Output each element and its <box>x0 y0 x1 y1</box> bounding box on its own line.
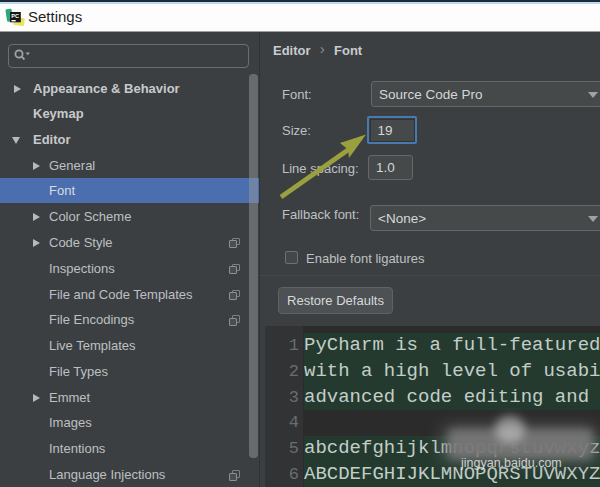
svg-text:PC: PC <box>11 13 19 19</box>
